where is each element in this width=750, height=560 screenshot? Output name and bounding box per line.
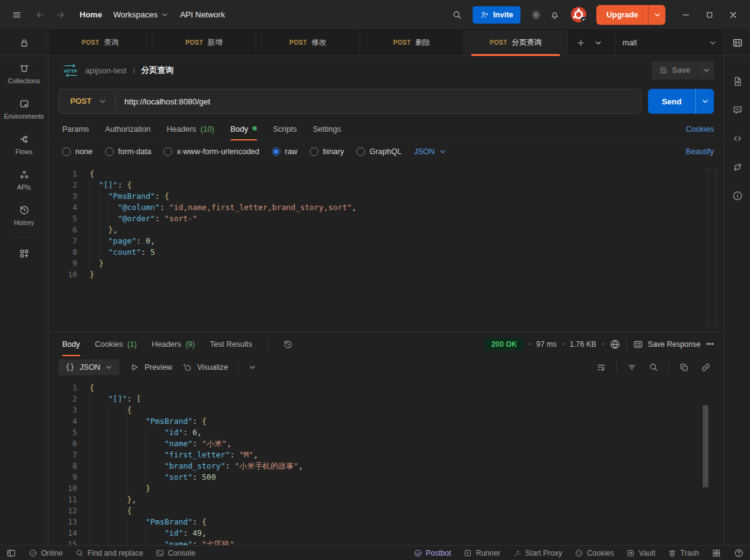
maximize-button[interactable] [700, 6, 719, 24]
statusbar-runner[interactable]: Runner [463, 549, 500, 558]
body-mode-none[interactable]: none [62, 147, 93, 156]
body-mode-GraphQL[interactable]: GraphQL [356, 147, 401, 156]
nav-workspaces[interactable]: Workspaces [113, 10, 169, 19]
response-body-editor[interactable]: 1{2"[]": [3{4"PmsBrand": {5"id": 6,6"nam… [49, 379, 724, 546]
tab-method-label: POST [289, 39, 307, 46]
cookies-link[interactable]: Cookies [686, 125, 714, 134]
body-mode-binary[interactable]: binary [310, 147, 344, 156]
globe-icon[interactable] [609, 339, 621, 350]
info-button[interactable] [725, 181, 750, 210]
related-requests-button[interactable] [725, 153, 750, 181]
response-time[interactable]: 97 ms [536, 340, 557, 349]
help-button[interactable] [734, 548, 744, 558]
response-tab-body[interactable]: Body [62, 333, 80, 356]
code-snippet-button[interactable] [725, 124, 750, 153]
breadcrumb-request-name[interactable]: 分页查询 [141, 65, 174, 76]
request-tab-params[interactable]: Params [62, 118, 89, 140]
environment-selector[interactable]: mall [614, 30, 724, 55]
body-mode-raw[interactable]: raw [272, 147, 297, 156]
lock-sidebar-button[interactable] [19, 38, 29, 48]
breadcrumb-collection[interactable]: apijson-test [85, 66, 126, 75]
environment-quick-look-button[interactable] [732, 37, 743, 48]
request-tab[interactable]: POST查询 [49, 30, 152, 55]
notifications-button[interactable] [545, 6, 564, 24]
toggle-sidebar-button[interactable] [6, 548, 16, 558]
minimize-button[interactable] [677, 6, 695, 24]
body-mode-form-data[interactable]: form-data [105, 147, 152, 156]
url-input[interactable]: http://localhost:8080/get [116, 97, 210, 106]
new-tab-button[interactable] [573, 35, 589, 51]
sidebar-item-collections[interactable]: Collections [0, 56, 48, 91]
body-language-selector[interactable]: JSON [414, 147, 447, 156]
wrap-lines-button[interactable] [595, 360, 608, 374]
search-button[interactable] [448, 6, 466, 24]
sidebar-item-apis[interactable]: APIs [0, 162, 48, 198]
body-mode-x-www-form-urlencoded[interactable]: x-www-form-urlencoded [164, 147, 259, 156]
configure-sidebar-button[interactable] [0, 241, 48, 266]
beautify-link[interactable]: Beautify [686, 147, 714, 156]
save-response-button[interactable]: Save Response [632, 339, 701, 350]
response-scrollbar[interactable] [703, 405, 708, 487]
send-caret-button[interactable] [695, 89, 714, 114]
nav-api-network[interactable]: API Network [180, 10, 225, 19]
response-size[interactable]: 1.76 KB [570, 340, 596, 349]
statusbar-vault[interactable]: Vault [626, 549, 655, 558]
comments-button[interactable] [725, 96, 750, 124]
statusbar-console[interactable]: Console [155, 549, 195, 558]
response-tab-headers[interactable]: Headers(9) [152, 333, 195, 356]
request-tab[interactable]: POST新增 [152, 30, 256, 55]
avatar[interactable] [569, 6, 588, 24]
request-tab-scripts[interactable]: Scripts [273, 118, 297, 140]
statusbar-find-and-replace[interactable]: Find and replace [75, 549, 143, 558]
response-history-button[interactable] [283, 339, 293, 349]
radio-icon [272, 147, 280, 156]
copy-response-button[interactable] [677, 360, 691, 374]
save-button[interactable]: Save [652, 61, 698, 80]
status-badge[interactable]: 200 OK [485, 338, 523, 351]
line-number: 10 [49, 483, 77, 494]
request-tab-body[interactable]: Body [231, 118, 257, 140]
search-response-button[interactable] [647, 360, 660, 374]
statusbar-trash[interactable]: Trash [668, 549, 699, 558]
upgrade-button[interactable]: Upgrade [596, 5, 648, 25]
statusbar-item-label: Console [168, 549, 195, 558]
send-button[interactable]: Send [648, 89, 695, 114]
visualize-options-button[interactable] [249, 364, 256, 371]
invite-button[interactable]: Invite [473, 6, 521, 24]
back-button[interactable] [31, 6, 50, 24]
panel-layout-button[interactable] [711, 548, 721, 558]
preview-button[interactable]: Preview [129, 362, 172, 372]
upgrade-caret-button[interactable] [648, 5, 665, 25]
filter-button[interactable] [625, 360, 639, 374]
response-tab-test-results[interactable]: Test Results [210, 333, 252, 356]
response-more-button[interactable]: ••• [706, 340, 714, 349]
request-tab-headers[interactable]: Headers(10) [167, 118, 214, 140]
request-tab[interactable]: POST删除 [360, 30, 464, 55]
request-tab-settings[interactable]: Settings [313, 118, 341, 140]
statusbar-start-proxy[interactable]: Start Proxy [513, 549, 562, 558]
sidebar-item-history[interactable]: History [0, 198, 48, 233]
request-tab[interactable]: POST分页查询 [464, 30, 568, 55]
sidebar-item-environments[interactable]: Environments [0, 91, 48, 127]
settings-button[interactable] [527, 6, 545, 24]
method-selector[interactable]: POST [59, 97, 115, 106]
close-button[interactable] [724, 6, 743, 24]
forward-button[interactable] [51, 6, 70, 24]
link-response-button[interactable] [699, 360, 713, 374]
response-tab-cookies[interactable]: Cookies(1) [95, 333, 137, 356]
statusbar-postbot[interactable]: Postbot [414, 549, 451, 558]
request-tab[interactable]: POST修改 [256, 30, 360, 55]
sidebar-item-flows[interactable]: Flows [0, 127, 48, 162]
response-format-selector[interactable]: {} JSON [58, 359, 119, 375]
statusbar-online[interactable]: Online [29, 549, 63, 558]
nav-home[interactable]: Home [80, 10, 102, 19]
save-caret-button[interactable] [698, 61, 714, 80]
statusbar-cookies[interactable]: Cookies [575, 549, 614, 558]
tab-options-button[interactable] [590, 35, 606, 51]
request-body-editor[interactable]: 1{2"[]": {3"PmsBrand": {4"@column": "id,… [49, 163, 724, 332]
request-tab-authorization[interactable]: Authorization [105, 118, 150, 140]
visualize-button[interactable]: Visualize [182, 362, 228, 372]
editor-minimap[interactable] [707, 168, 716, 327]
documentation-button[interactable] [725, 67, 750, 96]
main-menu-button[interactable] [7, 6, 26, 24]
